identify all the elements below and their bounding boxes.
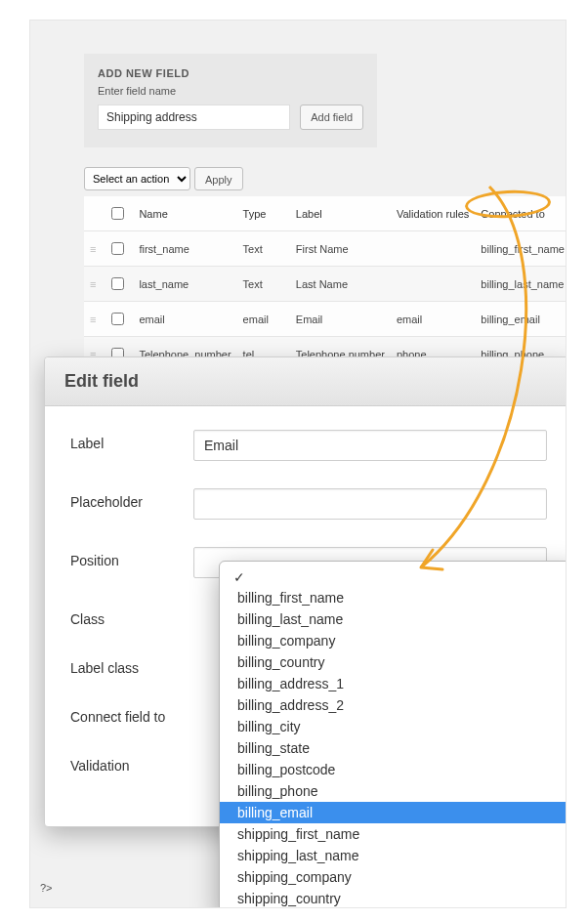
dropdown-checkmark: ✓: [220, 567, 567, 587]
dropdown-option[interactable]: billing_company: [220, 630, 567, 651]
dropdown-option[interactable]: billing_city: [220, 716, 567, 737]
drag-handle-icon[interactable]: ≡: [90, 243, 96, 255]
bulk-action-select[interactable]: Select an action: [84, 167, 190, 190]
apply-button[interactable]: Apply: [194, 167, 243, 190]
dropdown-option[interactable]: billing_first_name: [220, 587, 567, 608]
col-validation: Validation rules: [391, 196, 475, 231]
dropdown-option[interactable]: shipping_company: [220, 866, 567, 888]
dropdown-option[interactable]: shipping_first_name: [220, 823, 567, 845]
cell-name: first_name: [133, 231, 236, 267]
label-class-label: Label class: [70, 654, 193, 676]
label-label: Label: [70, 430, 193, 451]
col-connected: Connected to: [475, 196, 567, 231]
connect-field-label: Connect field to: [70, 703, 193, 725]
dropdown-option[interactable]: billing_address_1: [220, 673, 567, 694]
cell-validation: email: [391, 302, 475, 337]
edit-field-modal: Edit field Label Placeholder Position: [44, 356, 567, 827]
position-label: Position: [70, 547, 193, 568]
select-all-checkbox[interactable]: [111, 207, 124, 220]
label-input[interactable]: [193, 430, 547, 461]
dropdown-option[interactable]: shipping_country: [220, 888, 567, 908]
validation-label: Validation: [70, 752, 193, 774]
dropdown-option[interactable]: billing_address_2: [220, 694, 567, 716]
cell-validation: [391, 267, 475, 302]
class-label: Class: [70, 606, 193, 627]
placeholder-input[interactable]: [193, 488, 547, 520]
cell-type: Text: [237, 267, 290, 302]
modal-title: Edit field: [45, 357, 567, 406]
drag-handle-icon[interactable]: ≡: [90, 278, 96, 290]
table-row[interactable]: ≡first_nameTextFirst Namebilling_first_n…: [84, 231, 567, 267]
dropdown-option[interactable]: billing_postcode: [220, 759, 567, 780]
cell-label: First Name: [290, 231, 391, 267]
table-row[interactable]: ≡emailemailEmailemailbilling_email: [84, 302, 567, 337]
cell-connected: billing_email: [475, 302, 567, 337]
cell-validation: [391, 231, 475, 267]
add-new-field-panel: ADD NEW FIELD Enter field name Add field: [84, 54, 377, 147]
add-new-field-title: ADD NEW FIELD: [98, 67, 363, 79]
row-checkbox[interactable]: [111, 242, 124, 255]
connect-field-dropdown[interactable]: ✓ billing_first_namebilling_last_namebil…: [219, 561, 567, 908]
row-checkbox[interactable]: [111, 313, 124, 325]
cell-connected: billing_last_name: [475, 267, 567, 302]
cell-connected: billing_first_name: [475, 231, 567, 267]
drag-handle-icon[interactable]: ≡: [90, 314, 96, 325]
dropdown-option[interactable]: billing_email: [220, 802, 567, 823]
dropdown-option[interactable]: billing_country: [220, 651, 567, 673]
cell-label: Email: [290, 302, 391, 337]
cell-name: last_name: [133, 267, 236, 302]
row-checkbox[interactable]: [111, 277, 124, 290]
add-new-field-subtitle: Enter field name: [98, 85, 363, 97]
dropdown-option[interactable]: billing_state: [220, 737, 567, 759]
col-type: Type: [237, 196, 290, 231]
cell-name: email: [133, 302, 236, 337]
cell-type: email: [237, 302, 290, 337]
dropdown-option[interactable]: shipping_last_name: [220, 845, 567, 866]
dropdown-option[interactable]: billing_phone: [220, 780, 567, 802]
cell-type: Text: [237, 231, 290, 267]
placeholder-label: Placeholder: [70, 488, 193, 510]
col-name: Name: [133, 196, 236, 231]
field-name-input[interactable]: [98, 105, 290, 130]
table-row[interactable]: ≡last_nameTextLast Namebilling_last_name: [84, 267, 567, 302]
dropdown-option[interactable]: billing_last_name: [220, 608, 567, 630]
col-label: Label: [290, 196, 391, 231]
cell-label: Last Name: [290, 267, 391, 302]
add-field-button[interactable]: Add field: [300, 105, 363, 130]
stray-text: ?>: [40, 882, 53, 894]
